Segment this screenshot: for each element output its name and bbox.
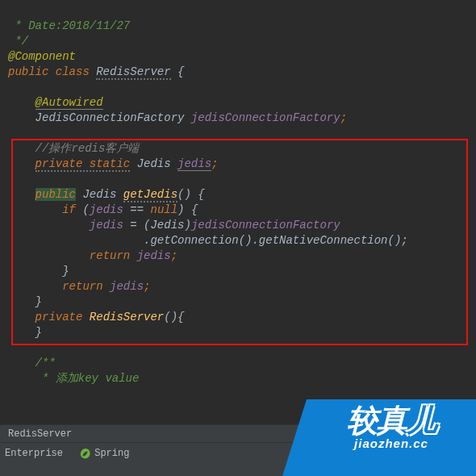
status-spring[interactable]: Spring [80,448,129,459]
code-line: return jedis; [8,280,150,293]
code-line: jedis = (Jedis)jedisConnectionFactory [8,219,340,232]
code-area[interactable]: * Date:2018/11/27 */ @Component public c… [0,0,476,386]
code-line: if (jedis == null) { [8,203,198,216]
comment-text: */ [8,35,28,48]
code-line: @Autowired [8,96,103,110]
breadcrumb-item[interactable]: RedisServer [8,428,72,440]
code-line: public class RedisServer { [8,65,184,80]
code-line: /** [8,357,56,370]
code-line: .getConnection().getNativeConnection(); [8,234,408,247]
code-line: } [8,326,42,339]
code-line: public Jedis getJedis() { [8,188,205,203]
code-line: private static Jedis jedis; [8,157,218,172]
code-line: } [8,265,69,278]
status-enterprise[interactable]: Enterprise [5,448,63,459]
code-line: private RedisServer(){ [8,311,184,324]
code-editor[interactable]: * Date:2018/11/27 */ @Component public c… [0,0,476,476]
code-line: } [8,295,42,308]
comment-text: * Date:2018/11/27 [8,19,130,32]
watermark-logo: 较真儿 jiaozhen.cc [307,399,476,476]
annotation: @Component [8,50,76,63]
code-line: return jedis; [8,249,177,262]
code-line: JedisConnectionFactory jedisConnectionFa… [8,111,347,124]
code-line: * 添加key value [8,372,139,385]
spring-icon [80,448,91,459]
code-line: //操作redis客户端 [8,142,139,155]
